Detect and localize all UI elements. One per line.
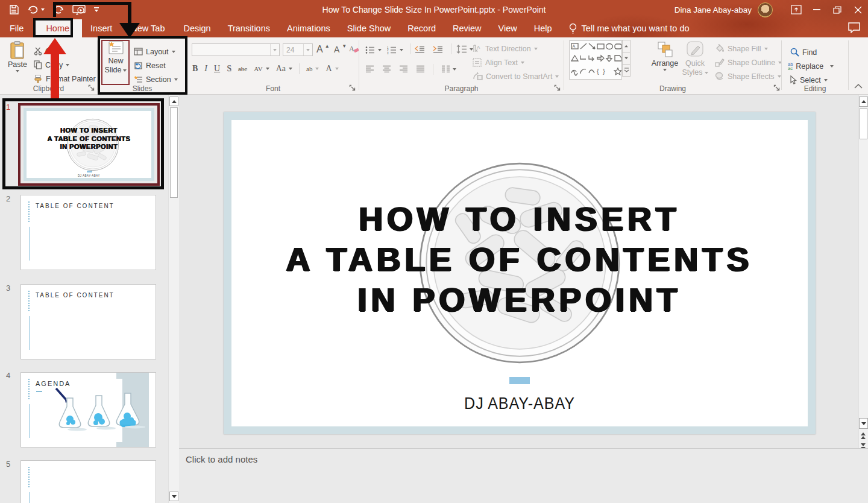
- editor-scroll-up-button[interactable]: [859, 96, 868, 107]
- columns-caret[interactable]: [453, 68, 456, 71]
- shape-outline-button[interactable]: Shape Outline: [715, 56, 782, 69]
- close-button[interactable]: [848, 0, 868, 19]
- italic-button[interactable]: I: [204, 64, 207, 74]
- clipboard-dialog-launcher[interactable]: [88, 84, 95, 91]
- tab-home[interactable]: Home: [33, 19, 82, 37]
- align-text-button[interactable]: Align Text: [473, 56, 524, 69]
- tab-file[interactable]: File: [0, 19, 33, 37]
- notes-placeholder[interactable]: Click to add notes: [186, 454, 257, 464]
- slide-thumbnail-2[interactable]: TABLE OF CONTENT: [20, 195, 156, 270]
- shape-effects-button[interactable]: Shape Effects: [715, 70, 781, 83]
- copy-button[interactable]: Copy: [34, 59, 69, 71]
- text-direction-button[interactable]: A Text Direction: [473, 42, 538, 55]
- replace-button[interactable]: ab ac Replace: [788, 60, 834, 72]
- tab-new-tab[interactable]: New Tab: [121, 19, 175, 37]
- convert-smartart-button[interactable]: Convert to SmartArt: [473, 70, 559, 83]
- text-shadow-button[interactable]: S: [227, 64, 231, 74]
- align-center-icon[interactable]: [382, 65, 391, 73]
- minimize-button[interactable]: [807, 0, 827, 19]
- align-text-caret[interactable]: [521, 62, 524, 64]
- tab-help[interactable]: Help: [526, 19, 561, 37]
- drawing-dialog-launcher[interactable]: [773, 84, 780, 91]
- notes-pane[interactable]: Click to add notes: [179, 448, 868, 503]
- decrease-indent-button[interactable]: [415, 43, 425, 56]
- restore-button[interactable]: [827, 0, 848, 19]
- thumb-scroll-thumb[interactable]: [170, 107, 178, 198]
- columns-button[interactable]: [441, 65, 456, 73]
- bullets-button[interactable]: [365, 43, 382, 56]
- tell-me-box[interactable]: Tell me what you want to do: [569, 19, 690, 37]
- font-color-button[interactable]: A: [326, 64, 332, 74]
- find-button[interactable]: Find: [790, 46, 817, 59]
- comments-icon[interactable]: [848, 22, 861, 33]
- layout-caret[interactable]: [172, 51, 175, 53]
- underline-button[interactable]: U: [214, 64, 220, 74]
- section-caret[interactable]: [174, 78, 178, 81]
- shape-fill-button[interactable]: Shape Fill: [715, 42, 768, 55]
- bullets-caret[interactable]: [378, 49, 382, 51]
- thumbnail-panel-scrollbar[interactable]: [168, 95, 179, 503]
- convert-smartart-caret[interactable]: [555, 75, 559, 78]
- tab-design[interactable]: Design: [175, 19, 219, 37]
- bold-button[interactable]: B: [192, 64, 198, 74]
- align-right-icon[interactable]: [399, 65, 408, 73]
- tab-record[interactable]: Record: [399, 19, 444, 37]
- tab-view[interactable]: View: [490, 19, 526, 37]
- font-name-dropdown[interactable]: [270, 44, 279, 55]
- paste-caret[interactable]: [16, 70, 19, 72]
- slide-thumbnail-4[interactable]: AGENDA: [20, 372, 156, 448]
- line-spacing-button[interactable]: [456, 43, 473, 55]
- slide-thumbnail-3[interactable]: TABLE OF CONTENT: [20, 284, 156, 359]
- font-name-combo[interactable]: [192, 43, 280, 56]
- editor-scrollbar[interactable]: [858, 95, 868, 467]
- tab-review[interactable]: Review: [444, 19, 490, 37]
- collapse-ribbon-button[interactable]: [854, 83, 863, 89]
- paragraph-dialog-launcher[interactable]: [554, 84, 561, 91]
- section-button[interactable]: Section: [134, 73, 178, 86]
- clear-formatting-button[interactable]: A: [349, 43, 359, 55]
- align-left-icon[interactable]: [365, 65, 374, 73]
- slide-thumbnail-5[interactable]: [20, 460, 156, 503]
- copy-caret[interactable]: [66, 64, 69, 66]
- user-avatar[interactable]: [758, 2, 773, 17]
- previous-slide-button[interactable]: [861, 432, 866, 439]
- format-painter-button[interactable]: Format Painter: [34, 72, 96, 85]
- highlight-color-caret[interactable]: [315, 68, 319, 70]
- tab-transitions[interactable]: Transitions: [219, 19, 278, 37]
- numbering-caret[interactable]: [400, 49, 403, 51]
- thumb-scroll-down-button[interactable]: [169, 492, 178, 501]
- slide-title-textbox[interactable]: HOW TO INSERT A TABLE OF CONTENTS IN POW…: [224, 199, 816, 320]
- numbering-button[interactable]: 123: [387, 43, 403, 56]
- justify-icon[interactable]: [416, 65, 425, 73]
- tab-animations[interactable]: Animations: [278, 19, 339, 37]
- new-slide-caret[interactable]: [123, 69, 127, 72]
- shapes-gallery-more[interactable]: [622, 64, 631, 77]
- grow-font-button[interactable]: A▲: [316, 43, 330, 55]
- shape-effects-caret[interactable]: [778, 75, 781, 78]
- paste-button[interactable]: Paste: [4, 40, 31, 72]
- layout-button[interactable]: Layout: [134, 45, 175, 58]
- cut-button[interactable]: Cut: [34, 45, 57, 57]
- quick-styles-caret[interactable]: [705, 72, 708, 74]
- replace-caret[interactable]: [830, 65, 834, 68]
- shapes-scroll-up[interactable]: [622, 40, 631, 52]
- font-dialog-launcher[interactable]: [349, 84, 356, 91]
- change-case-caret[interactable]: [289, 68, 292, 70]
- reset-button[interactable]: Reset: [134, 59, 166, 72]
- shapes-gallery[interactable]: A: [569, 40, 622, 80]
- increase-indent-button[interactable]: [433, 43, 443, 56]
- slide-subtitle-textbox[interactable]: DJ ABAY-ABAY: [244, 394, 794, 413]
- font-color-caret[interactable]: [335, 68, 339, 70]
- shrink-font-button[interactable]: A▼: [334, 43, 347, 55]
- highlight-color-button[interactable]: ab: [306, 65, 312, 72]
- text-direction-caret[interactable]: [534, 48, 538, 50]
- editor-scroll-down-button[interactable]: [859, 418, 868, 429]
- editor-scroll-thumb[interactable]: [860, 108, 867, 139]
- font-size-combo[interactable]: 24: [283, 43, 313, 56]
- select-caret[interactable]: [824, 79, 828, 81]
- font-size-dropdown[interactable]: [303, 44, 312, 55]
- character-spacing-caret[interactable]: [266, 68, 269, 70]
- slide-canvas[interactable]: HOW TO INSERT A TABLE OF CONTENTS IN POW…: [224, 112, 816, 434]
- slide-canvas-area[interactable]: HOW TO INSERT A TABLE OF CONTENTS IN POW…: [179, 95, 858, 448]
- new-slide-button[interactable]: New Slide: [102, 40, 130, 74]
